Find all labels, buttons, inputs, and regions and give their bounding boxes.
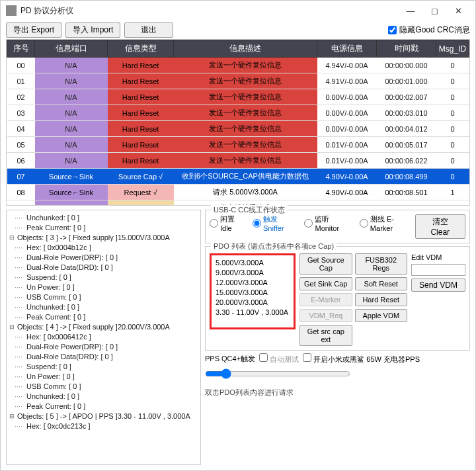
tree-node[interactable]: Un Power: [ 0 ] [11, 372, 196, 382]
hide-crc-checkbox[interactable]: 隐藏Good CRC消息 [388, 24, 470, 36]
cell-seq: 00 [7, 58, 35, 73]
vdm-input[interactable] [411, 264, 465, 276]
send-vdm-button[interactable]: Send VDM [411, 278, 465, 292]
tree-node[interactable]: Dual-Role Power(DRP): [ 0 ] [11, 342, 196, 352]
maximize-button[interactable]: ◻ [422, 1, 446, 20]
cell-seq: 05 [7, 137, 35, 153]
tree-node[interactable]: USB Comm: [ 0 ] [11, 382, 196, 392]
get-source-cap-button[interactable]: Get Source Cap [299, 253, 352, 275]
tree-object-3[interactable]: Objects: [ 3 ] -> [ Fixed supply ]15.000… [11, 233, 196, 243]
cell-ts: 00:00:03.010 [377, 105, 436, 121]
table-row[interactable]: 02N/AHard Reset发送一个硬件复位信息0.00V/-0.00A00:… [7, 89, 469, 105]
radio-emarker[interactable]: 测线 E-Marker [360, 214, 415, 232]
cell-id: 0 [436, 169, 469, 185]
tree-node[interactable]: Peak Current: [ 0 ] [11, 312, 196, 322]
tree-node[interactable]: USB Comm: [ 0 ] [11, 292, 196, 302]
pdo-item[interactable]: 20.000V/3.000A [216, 298, 290, 308]
hard-reset-button[interactable]: Hard Reset [355, 293, 408, 306]
cell-power: 4.90V/-0.00A [317, 185, 377, 200]
cell-type: Request √ [108, 185, 174, 200]
cell-desc: 发送一个硬件复位信息 [174, 137, 317, 153]
cell-seq: 03 [7, 105, 35, 121]
edit-vdm-label: Edit VDM [411, 253, 465, 261]
cell-port: N/A [35, 153, 108, 169]
cell-type: Hard Reset [108, 121, 174, 137]
radio-sniffer[interactable]: 触发 Sniffer [253, 214, 299, 232]
cell-ts: 00:00:08.501 [377, 185, 436, 200]
emarker-button[interactable]: E-Marker [299, 293, 352, 306]
window-title: PD 协议分析仪 [20, 5, 399, 17]
cell-ts: 00:00:02.007 [377, 89, 436, 105]
cell-ts: 00:00:08.499 [377, 169, 436, 185]
tree-node[interactable]: Peak Current: [ 0 ] [11, 223, 196, 233]
tree-node[interactable]: Unchunked: [ 0 ] [11, 392, 196, 402]
tree-node[interactable]: Suspend: [ 0 ] [11, 273, 196, 282]
table-row[interactable]: 04N/AHard Reset发送一个硬件复位信息0.00V/-0.00A00:… [7, 121, 469, 137]
table-header-row: 序号 信息端口 信息类型 信息描述 电源信息 时间戳 Msg_ID [7, 40, 469, 58]
clear-button[interactable]: 清空 Clear [415, 214, 465, 239]
minimize-button[interactable]: — [399, 1, 422, 20]
col-power: 电源信息 [317, 40, 377, 58]
cell-type: Hard Reset [108, 137, 174, 153]
cell-port: Source←Sink [35, 185, 108, 200]
radio-monitor[interactable]: 监听 Monitor [304, 214, 354, 232]
tree-node[interactable]: Unchunked: [ 0 ] [11, 213, 196, 223]
cell-type: Source Cap √ [108, 169, 174, 185]
table-row[interactable]: 03N/AHard Reset发送一个硬件复位信息0.00V/-0.00A00:… [7, 105, 469, 121]
tree-node[interactable]: Dual-Role Data(DRD): [ 0 ] [11, 263, 196, 273]
pdo-item[interactable]: 15.000V/3.000A [216, 288, 290, 298]
cell-port: Source→Sink [35, 169, 108, 185]
tree-node[interactable]: Peak Current: [ 0 ] [11, 402, 196, 411]
import-button[interactable]: 导入 Import [65, 22, 120, 38]
tree-node[interactable]: Dual-Role Data(DRD): [ 0 ] [11, 352, 196, 362]
cell-seq: 02 [7, 89, 35, 105]
detail-tree[interactable]: Unchunked: [ 0 ] Peak Current: [ 0 ] Obj… [6, 210, 201, 465]
cell-id: 0 [436, 58, 469, 73]
pdo-list[interactable]: 5.000V/3.000A 9.000V/3.000A 12.000V/3.00… [210, 253, 296, 329]
toolbar: 导出 Export 导入 Import 退出 隐藏Good CRC消息 [1, 21, 475, 39]
pdo-item[interactable]: 12.000V/3.000A [216, 278, 290, 288]
fusb302-regs-button[interactable]: FUSB302 Regs [355, 253, 408, 275]
cc-status-group: USB-C CC线工作状态 闲置 Idle 触发 Sniffer 监听 Moni… [205, 210, 470, 243]
tree-node[interactable]: Suspend: [ 0 ] [11, 362, 196, 372]
tree-node[interactable]: Hex: [ 0x0006412c ] [11, 332, 196, 342]
table-row[interactable]: 06N/AHard Reset发送一个硬件复位信息0.01V/-0.00A00:… [7, 153, 469, 169]
pdo-group-title: PDO 列表 (请点击列表中各项ce Cap) [211, 241, 337, 251]
pdo-item[interactable]: 9.000V/3.000A [216, 268, 290, 278]
table-row[interactable]: 00N/AHard Reset发送一个硬件复位信息4.94V/-0.00A00:… [7, 58, 469, 73]
cell-type: Hard Reset [108, 73, 174, 89]
tree-object-5[interactable]: Objects: [ 5 ] -> [ APDO | PPS ]3.30 - 1… [11, 411, 196, 421]
auto-test-checkbox[interactable]: 自动测试 [259, 353, 299, 364]
cell-desc: 发送一个硬件复位信息 [174, 89, 317, 105]
cell-desc: 发送一个硬件复位信息 [174, 121, 317, 137]
close-button[interactable]: ✕ [446, 1, 470, 20]
table-row[interactable]: 01N/AHard Reset发送一个硬件复位信息4.91V/-0.00A00:… [7, 73, 469, 89]
export-button[interactable]: 导出 Export [6, 22, 61, 38]
tree-node[interactable]: Un Power: [ 0 ] [11, 282, 196, 292]
get-src-cap-ext-button[interactable]: Get src cap ext [299, 325, 352, 346]
message-table: 序号 信息端口 信息类型 信息描述 电源信息 时间戳 Msg_ID 00N/AH… [6, 39, 470, 206]
tree-object-4[interactable]: Objects: [ 4 ] -> [ Fixed supply ]20.000… [11, 322, 196, 332]
radio-idle[interactable]: 闲置 Idle [210, 214, 247, 232]
tree-node[interactable]: Hex: [ 0x0004b12c ] [11, 243, 196, 253]
cell-power: 0.00V/-0.00A [317, 121, 377, 137]
cell-ts: 00:00:01.000 [377, 73, 436, 89]
xiaomi-pps-checkbox[interactable]: 开启小米或黑鲨 65W 充电器PPS [303, 353, 420, 364]
table-row[interactable]: 05N/AHard Reset发送一个硬件复位信息0.01V/-0.00A00:… [7, 137, 469, 153]
exit-button[interactable]: 退出 [124, 22, 173, 38]
pps-slider[interactable] [205, 368, 350, 379]
vdm-req-button[interactable]: VDM_Req [299, 309, 352, 322]
table-row[interactable]: 07Source→SinkSource Cap √收到6个SOURCE_CAP供… [7, 169, 469, 185]
tree-node[interactable]: Unchunked: [ 0 ] [11, 302, 196, 312]
get-sink-cap-button[interactable]: Get Sink Cap [299, 277, 352, 290]
pdo-item[interactable]: 5.000V/3.000A [216, 258, 290, 268]
app-window: PD 协议分析仪 — ◻ ✕ 导出 Export 导入 Import 退出 隐藏… [0, 0, 476, 471]
table-row[interactable]: 08Source←SinkRequest √请求 5.000V/3.000A4.… [7, 185, 469, 200]
tree-node[interactable]: Dual-Role Power(DRP): [ 0 ] [11, 253, 196, 263]
col-seq: 序号 [7, 40, 35, 58]
soft-reset-button[interactable]: Soft Reset [355, 277, 408, 290]
hide-crc-input[interactable] [388, 26, 397, 34]
pdo-item[interactable]: 3.30 - 11.00V , 3.000A [216, 308, 290, 318]
apple-vdm-button[interactable]: Apple VDM [355, 309, 408, 322]
tree-node[interactable]: Hex: [ 0xc0dc213c ] [11, 421, 196, 431]
